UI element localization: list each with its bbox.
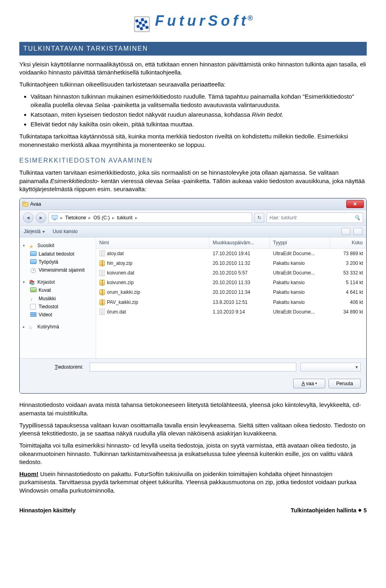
computer-icon: [51, 215, 58, 221]
paragraph: Yksi yleisin käyttötilanne normaalikäytö…: [19, 60, 367, 77]
table-row[interactable]: hin_atoy.zip20.10.2010 11:32Pakattu kans…: [96, 258, 366, 268]
table-row[interactable]: orum_kaikki.zip20.10.2010 11:34Pakattu k…: [96, 287, 366, 297]
page-footer: Hinnastojen käsittely Tulkintaohjeiden h…: [19, 507, 367, 514]
svg-rect-14: [142, 21, 145, 24]
col-date[interactable]: Muokkauspäivām...: [209, 237, 270, 248]
svg-rect-22: [53, 219, 56, 220]
svg-rect-18: [143, 26, 146, 29]
help-button[interactable]: [353, 228, 362, 235]
nav-back-button[interactable]: ◄: [23, 213, 33, 223]
svg-rect-5: [139, 21, 142, 25]
file-date: 13.8.2010 12:51: [209, 299, 270, 306]
file-date: 1.10.2010 9:14: [209, 308, 270, 316]
file-type: Pakattu kansio: [270, 299, 330, 306]
filename-input[interactable]: [90, 363, 296, 371]
file-size: 3 200 kt: [330, 260, 366, 267]
zip-icon: [99, 280, 105, 285]
file-size: 4 641 kt: [330, 289, 366, 296]
svg-rect-4: [141, 18, 144, 21]
sidebar-item[interactable]: ♪Musiikki: [21, 295, 94, 303]
table-row[interactable]: örum.dat1.10.2010 9:14UltraEdit Docume..…: [96, 307, 366, 317]
nav-forward-button[interactable]: ►: [36, 213, 46, 223]
new-folder-button[interactable]: Uusi kansio: [53, 228, 78, 235]
filename-label: Tiedostonimi:: [25, 364, 86, 370]
filetype-select[interactable]: ▾: [300, 363, 361, 371]
list-item: Katsotaan, miten kyseisen tiedoston tied…: [31, 111, 367, 119]
file-name: koivunen.zip: [107, 279, 134, 286]
bullet-icon: [358, 509, 361, 512]
document-icon: [99, 309, 105, 315]
refresh-button[interactable]: ↻: [255, 213, 264, 223]
crumb-item[interactable]: Tietokone: [65, 215, 86, 221]
view-button[interactable]: [341, 228, 350, 235]
sidebar-homegroup[interactable]: ▸⌂Kotiryhmä: [21, 323, 94, 331]
sidebar-favorites[interactable]: ▾★Suosikit: [21, 241, 94, 250]
file-date: 20.10.2010 11:34: [209, 289, 270, 296]
bullet-list: Valitaan hinnaston tulkinnan mukainen es…: [31, 93, 367, 128]
svg-rect-11: [138, 19, 142, 22]
svg-rect-13: [136, 22, 139, 25]
col-type[interactable]: Tyyppi: [270, 237, 330, 248]
col-name[interactable]: Nimi: [96, 237, 209, 248]
file-date: 17.10.2010 19:41: [209, 250, 270, 257]
file-size: 73 869 kt: [330, 250, 366, 257]
dialog-nav: ◄ ► ▸ Tietokone ▸ OS (C:) ▸ tukkurit ▸ ↻…: [20, 210, 366, 226]
sidebar-item[interactable]: Ladatut tiedostot: [21, 250, 94, 258]
file-size: 34 890 kt: [330, 308, 366, 316]
file-type: Pakattu kansio: [270, 260, 330, 267]
file-type: UltraEdit Docume...: [270, 250, 330, 257]
svg-rect-16: [145, 23, 148, 26]
file-type: Pakattu kansio: [270, 289, 330, 296]
search-icon: 🔍: [354, 215, 360, 221]
col-size[interactable]: Koko: [330, 237, 366, 248]
zip-icon: [99, 289, 105, 295]
sidebar-item[interactable]: Työpöytä: [21, 258, 94, 266]
file-type: UltraEdit Docume...: [270, 308, 330, 316]
column-headers: Nimi Muokkauspäivām... Tyyppi Koko: [96, 237, 366, 248]
table-row[interactable]: atoy.dat17.10.2010 19:41UltraEdit Docume…: [96, 249, 366, 258]
sidebar-item[interactable]: Kuvat: [21, 286, 94, 294]
file-name: hin_atoy.zip: [107, 260, 132, 266]
file-size: 53 332 kt: [330, 269, 366, 276]
paragraph: Huom! Usein hinnastotiedosto on pakattu.…: [19, 470, 367, 495]
list-item: Elleivät tiedot näy kaikilta osin oikein…: [31, 120, 367, 128]
paragraph: Tyypillisessä tapauksessa valitaan kuvan…: [19, 421, 367, 438]
cancel-button[interactable]: Peruuta: [329, 379, 361, 388]
svg-rect-8: [142, 24, 145, 27]
brand-logo-icon: [133, 15, 151, 33]
svg-rect-21: [52, 215, 57, 219]
file-date: 20.10.2010 11:33: [209, 279, 270, 286]
sidebar-item[interactable]: Tiedostot: [21, 303, 94, 311]
file-list: Nimi Muokkauspäivām... Tyyppi Koko atoy.…: [96, 237, 366, 358]
document-icon: [99, 270, 105, 276]
paragraph: Tulkintaohjeen tulkinnan oikeellisuuden …: [19, 80, 367, 89]
table-row[interactable]: PAV_kaikki.zip13.8.2010 12:51Pakattu kan…: [96, 297, 366, 307]
document-icon: [99, 250, 105, 256]
table-row[interactable]: koivunen.zip20.10.2010 11:33Pakattu kans…: [96, 278, 366, 287]
organize-button[interactable]: Järjestä▼: [24, 228, 45, 235]
file-type: UltraEdit Docume...: [270, 269, 330, 276]
open-button[interactable]: Avaa▾: [293, 379, 325, 388]
page-number: 5: [363, 507, 367, 514]
svg-rect-3: [136, 19, 139, 23]
file-name: PAV_kaikki.zip: [107, 299, 138, 305]
file-name: koivunen.dat: [107, 270, 134, 276]
search-input[interactable]: Hae: tukkurit 🔍: [267, 213, 363, 223]
crumb-item[interactable]: OS (C:): [93, 215, 110, 221]
file-name: örum.dat: [107, 309, 126, 315]
sidebar-libraries[interactable]: ▾📚Kirjastot: [21, 278, 94, 286]
open-dialog: Avaa ✕ ◄ ► ▸ Tietokone ▸ OS (C:) ▸ tukku…: [19, 198, 367, 394]
table-row[interactable]: koivunen.dat20.10.2010 5:57UltraEdit Doc…: [96, 268, 366, 278]
sidebar-item[interactable]: Videot: [21, 311, 94, 319]
breadcrumb[interactable]: ▸ Tietokone ▸ OS (C:) ▸ tukkurit ▸: [49, 213, 252, 223]
dialog-title: Avaa: [30, 201, 41, 207]
file-size: 5 114 kt: [330, 279, 366, 286]
zip-icon: [99, 299, 105, 305]
dialog-sidebar: ▾★Suosikit Ladatut tiedostot Työpöytä 🕑V…: [20, 237, 96, 358]
svg-rect-15: [139, 24, 142, 27]
close-button[interactable]: ✕: [346, 200, 364, 208]
dialog-toolbar: Järjestä▼ Uusi kansio: [20, 226, 366, 237]
crumb-item[interactable]: tukkurit: [117, 215, 133, 221]
sidebar-item[interactable]: 🕑Viimeisimmät sijainnit: [21, 266, 94, 274]
file-name: orum_kaikki.zip: [107, 289, 140, 295]
